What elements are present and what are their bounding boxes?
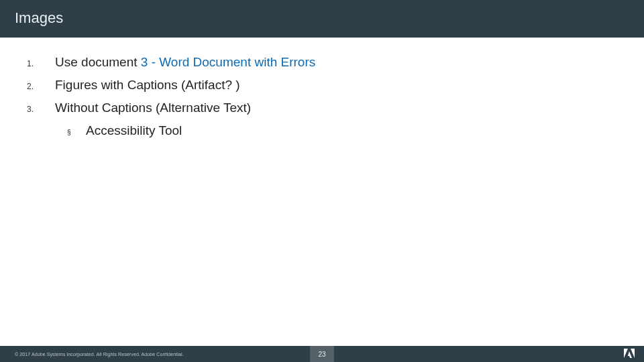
svg-marker-0 <box>624 349 628 358</box>
page-number-badge: 23 <box>310 346 334 362</box>
list-text: Without Captions (Alternative Text) <box>55 101 251 115</box>
list-number: 3. <box>27 105 55 114</box>
slide-title: Images <box>15 9 63 26</box>
slide-content: 1. Use document 3 - Word Document with E… <box>0 38 644 138</box>
list-item: 2. Figures with Captions (Artifact? ) <box>27 78 617 93</box>
sub-bullet: § <box>67 129 86 136</box>
svg-marker-2 <box>628 351 632 358</box>
footer-copyright: © 2017 Adobe Systems Incorporated. All R… <box>0 352 184 357</box>
list-item: 3. Without Captions (Alternative Text) <box>27 101 617 115</box>
list-item: 1. Use document 3 - Word Document with E… <box>27 55 617 70</box>
sub-list-item: § Accessibility Tool <box>67 123 617 138</box>
document-link[interactable]: 3 - Word Document with Errors <box>141 55 315 69</box>
adobe-logo-icon <box>624 349 635 359</box>
sub-list-text: Accessibility Tool <box>86 123 182 138</box>
slide-title-bar: Images <box>0 0 644 38</box>
list-text: Figures with Captions (Artifact? ) <box>55 78 240 93</box>
list-number: 1. <box>27 59 55 68</box>
list-number: 2. <box>27 82 55 91</box>
list-text: Use document 3 - Word Document with Erro… <box>55 55 315 70</box>
page-number: 23 <box>318 351 325 358</box>
list-text-prefix: Use document <box>55 55 141 69</box>
